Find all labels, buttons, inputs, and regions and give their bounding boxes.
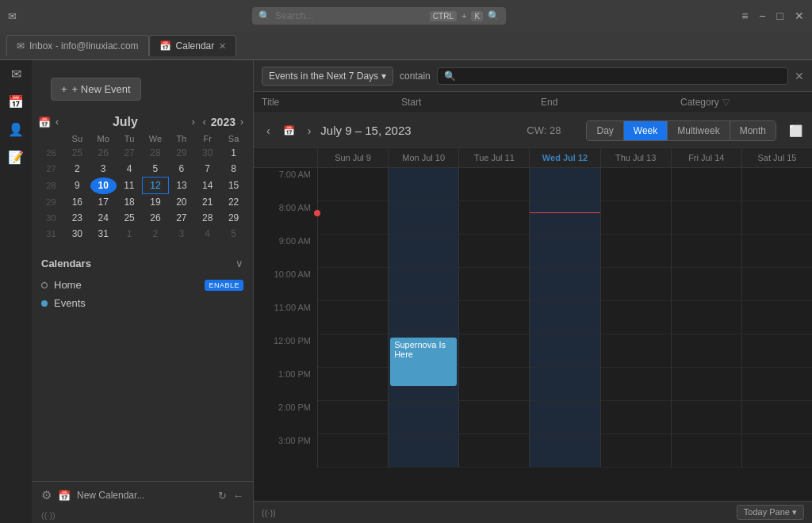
day-cell[interactable] bbox=[389, 434, 458, 468]
search-input[interactable] bbox=[275, 10, 425, 21]
day-cell[interactable] bbox=[459, 301, 529, 334]
mini-cal-day[interactable]: 27 bbox=[168, 210, 194, 226]
day-cell[interactable] bbox=[389, 401, 458, 434]
view-week-button[interactable]: Week bbox=[624, 121, 668, 140]
mini-cal-day[interactable]: 28 bbox=[143, 145, 169, 161]
day-cell[interactable] bbox=[601, 268, 671, 301]
day-cell[interactable] bbox=[742, 401, 812, 434]
event-supernova[interactable]: Supernova Is Here bbox=[390, 338, 457, 386]
day-cell[interactable] bbox=[672, 401, 741, 434]
day-cell[interactable] bbox=[601, 401, 671, 434]
day-cell[interactable] bbox=[389, 268, 458, 301]
mini-cal-day[interactable]: 28 bbox=[194, 210, 220, 226]
mini-cal-day[interactable]: 14 bbox=[194, 178, 220, 194]
mini-cal-day[interactable]: 3 bbox=[168, 226, 194, 242]
mini-cal-day[interactable]: 5 bbox=[143, 161, 169, 178]
filter-close-button[interactable]: ✕ bbox=[795, 70, 804, 82]
day-cell[interactable] bbox=[318, 334, 388, 368]
day-cell[interactable] bbox=[459, 235, 529, 268]
mini-cal-day[interactable]: 4 bbox=[194, 226, 220, 242]
day-cell[interactable] bbox=[672, 201, 741, 235]
day-cell[interactable] bbox=[459, 334, 529, 368]
mini-cal-day[interactable]: 24 bbox=[90, 210, 117, 226]
mini-cal-day[interactable]: 30 bbox=[64, 226, 90, 242]
mini-cal-day[interactable]: 26 bbox=[90, 145, 117, 161]
mini-cal-day[interactable]: 1 bbox=[220, 145, 247, 161]
day-cell[interactable] bbox=[530, 368, 599, 401]
day-cell[interactable] bbox=[742, 168, 812, 201]
day-cell[interactable] bbox=[672, 301, 741, 334]
mini-cal-year-next[interactable]: › bbox=[237, 115, 247, 129]
new-event-button[interactable]: + + New Event bbox=[51, 78, 141, 101]
day-cell[interactable] bbox=[672, 268, 741, 301]
cal-prev-button[interactable]: ‹ bbox=[263, 121, 274, 140]
day-cell[interactable] bbox=[459, 168, 529, 201]
day-cell[interactable] bbox=[530, 301, 599, 334]
day-cell[interactable] bbox=[318, 168, 388, 201]
mini-cal-day[interactable]: 2 bbox=[64, 161, 90, 178]
mini-cal-next[interactable]: › bbox=[189, 115, 198, 129]
filter-dropdown[interactable]: Events in the Next 7 Days ▾ bbox=[262, 67, 393, 86]
day-cell[interactable] bbox=[672, 168, 741, 201]
mini-cal-day[interactable]: 7 bbox=[194, 161, 220, 178]
mini-cal-day[interactable]: 21 bbox=[194, 194, 220, 211]
day-cell[interactable] bbox=[318, 434, 388, 468]
mini-cal-day[interactable]: 26 bbox=[143, 210, 169, 226]
mini-cal-day[interactable]: 9 bbox=[64, 178, 90, 194]
day-cell[interactable] bbox=[742, 268, 812, 301]
day-cell[interactable] bbox=[318, 201, 388, 235]
day-cell[interactable] bbox=[389, 201, 458, 235]
view-multiweek-button[interactable]: Multiweek bbox=[668, 121, 730, 140]
mini-cal-day[interactable]: 11 bbox=[117, 178, 143, 194]
day-cell[interactable] bbox=[318, 401, 388, 434]
day-cell[interactable] bbox=[742, 301, 812, 334]
view-month-button[interactable]: Month bbox=[730, 121, 776, 140]
contacts-sidebar-icon[interactable]: 👤 bbox=[8, 122, 24, 137]
day-cell[interactable] bbox=[601, 168, 671, 201]
view-day-button[interactable]: Day bbox=[587, 121, 623, 140]
day-cell[interactable] bbox=[530, 201, 599, 235]
day-cell[interactable] bbox=[672, 434, 741, 468]
mini-cal-day[interactable]: 20 bbox=[168, 194, 194, 211]
mini-cal-day[interactable]: 13 bbox=[168, 178, 194, 194]
mini-cal-day[interactable]: 19 bbox=[143, 194, 169, 211]
day-cell[interactable] bbox=[742, 434, 812, 468]
back-icon[interactable]: ← bbox=[233, 490, 243, 502]
sync-icon[interactable]: ↻ bbox=[218, 490, 227, 502]
mini-cal-day[interactable]: 12 bbox=[143, 178, 169, 194]
day-cell[interactable] bbox=[459, 401, 529, 434]
mini-cal-day[interactable]: 4 bbox=[117, 161, 143, 178]
day-cell[interactable] bbox=[530, 235, 599, 268]
mini-cal-day[interactable]: 10 bbox=[90, 178, 117, 194]
enable-badge[interactable]: ENABLE bbox=[205, 280, 243, 291]
day-cell[interactable] bbox=[389, 168, 458, 201]
day-cell[interactable] bbox=[389, 301, 458, 334]
cal-next-button[interactable]: › bbox=[304, 121, 315, 140]
print-icon[interactable]: ⬜ bbox=[789, 124, 802, 137]
day-cell[interactable] bbox=[530, 268, 599, 301]
day-cell[interactable] bbox=[601, 334, 671, 368]
day-cell[interactable] bbox=[601, 201, 671, 235]
mini-cal-day[interactable]: 15 bbox=[220, 178, 247, 194]
mini-cal-year-prev[interactable]: ‹ bbox=[200, 115, 209, 129]
calendar-item-home[interactable]: Home ENABLE bbox=[41, 276, 243, 294]
mini-cal-prev[interactable]: ‹ bbox=[52, 115, 62, 129]
day-cell[interactable] bbox=[318, 235, 388, 268]
day-cell[interactable] bbox=[601, 434, 671, 468]
mini-cal-day[interactable]: 17 bbox=[90, 194, 117, 211]
new-calendar-label[interactable]: New Calendar... bbox=[77, 490, 144, 501]
day-cell[interactable] bbox=[389, 235, 458, 268]
day-cell[interactable] bbox=[459, 268, 529, 301]
mini-cal-day[interactable]: 31 bbox=[90, 226, 117, 242]
mini-cal-day[interactable]: 27 bbox=[117, 145, 143, 161]
day-cell[interactable] bbox=[742, 235, 812, 268]
day-cell[interactable] bbox=[318, 368, 388, 401]
mini-cal-day[interactable]: 25 bbox=[64, 145, 90, 161]
day-cell[interactable] bbox=[742, 368, 812, 401]
mini-cal-day[interactable]: 29 bbox=[168, 145, 194, 161]
tab-close-button[interactable]: ✕ bbox=[219, 41, 226, 52]
mini-cal-day[interactable]: 18 bbox=[117, 194, 143, 211]
today-pane-button[interactable]: Today Pane ▾ bbox=[737, 505, 804, 520]
day-cell[interactable] bbox=[530, 168, 599, 201]
day-cell[interactable] bbox=[459, 201, 529, 235]
